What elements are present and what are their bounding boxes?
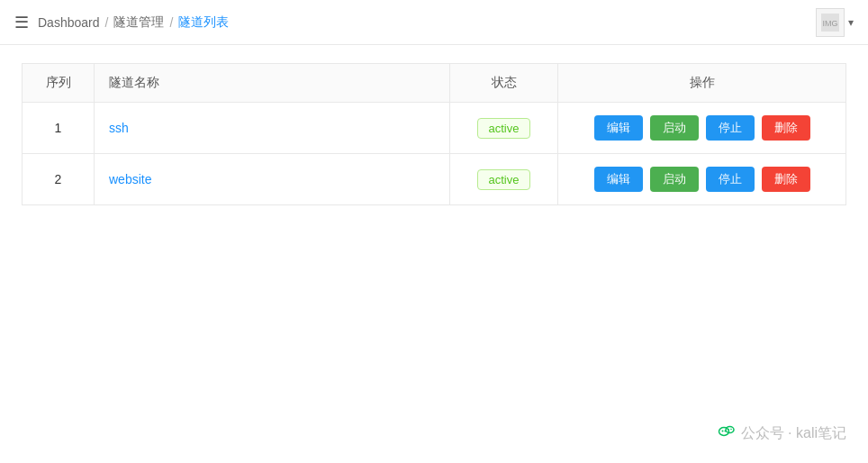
breadcrumb-tunnel-list[interactable]: 隧道列表 [178,14,229,31]
avatar[interactable]: IMG [816,8,845,37]
tunnel-name-link-1[interactable]: website [109,172,151,186]
svg-point-2 [719,428,728,436]
delete-button-row-1[interactable]: 删除 [762,167,810,192]
svg-text:IMG: IMG [823,19,838,28]
cell-index-0: 1 [23,103,95,154]
header-right: IMG ▾ [816,8,854,37]
svg-point-5 [726,427,734,433]
breadcrumb-sep-2: / [169,15,173,30]
svg-point-6 [728,429,729,431]
edit-button-row-0[interactable]: 编辑 [594,115,643,141]
breadcrumb: Dashboard / 隧道管理 / 隧道列表 [38,14,229,31]
breadcrumb-sep-1: / [105,15,109,30]
col-header-actions: 操作 [558,64,846,103]
svg-point-7 [730,429,732,431]
cell-actions-0: 编辑启动停止删除 [558,103,846,154]
delete-button-row-0[interactable]: 删除 [762,115,810,141]
table-header-row: 序列 隧道名称 状态 操作 [23,64,846,103]
stop-button-row-1[interactable]: 停止 [706,167,755,192]
stop-button-row-0[interactable]: 停止 [706,115,755,141]
cell-index-1: 2 [23,154,95,205]
cell-status-0: active [450,103,558,154]
wechat-icon [718,422,736,445]
cell-status-1: active [450,154,558,205]
watermark: 公众号 · kali笔记 [718,422,846,445]
col-header-index: 序列 [23,64,95,103]
tunnel-name-link-0[interactable]: ssh [109,121,129,135]
actions-group-1: 编辑启动停止删除 [573,167,831,192]
breadcrumb-dashboard[interactable]: Dashboard [38,15,100,30]
header-left: ☰ Dashboard / 隧道管理 / 隧道列表 [14,13,229,32]
cell-actions-1: 编辑启动停止删除 [558,154,846,205]
start-button-row-1[interactable]: 启动 [650,167,699,192]
menu-icon[interactable]: ☰ [14,13,29,32]
table-row: 2websiteactive编辑启动停止删除 [23,154,846,205]
header: ☰ Dashboard / 隧道管理 / 隧道列表 IMG ▾ [0,0,868,45]
cell-name-0: ssh [95,103,450,154]
edit-button-row-1[interactable]: 编辑 [594,167,643,192]
actions-group-0: 编辑启动停止删除 [573,115,831,141]
col-header-name: 隧道名称 [95,64,450,103]
status-badge-1: active [477,169,531,190]
start-button-row-0[interactable]: 启动 [650,115,699,141]
col-header-status: 状态 [450,64,558,103]
status-badge-0: active [477,118,531,139]
svg-point-3 [721,431,723,432]
tunnel-table: 序列 隧道名称 状态 操作 1sshactive编辑启动停止删除2website… [22,63,846,205]
main-content: 序列 隧道名称 状态 操作 1sshactive编辑启动停止删除2website… [0,45,868,223]
user-dropdown-arrow[interactable]: ▾ [848,16,854,29]
table-row: 1sshactive编辑启动停止删除 [23,103,846,154]
cell-name-1: website [95,154,450,205]
breadcrumb-tunnel-mgmt[interactable]: 隧道管理 [113,14,164,31]
watermark-text: 公众号 · kali笔记 [741,424,846,443]
